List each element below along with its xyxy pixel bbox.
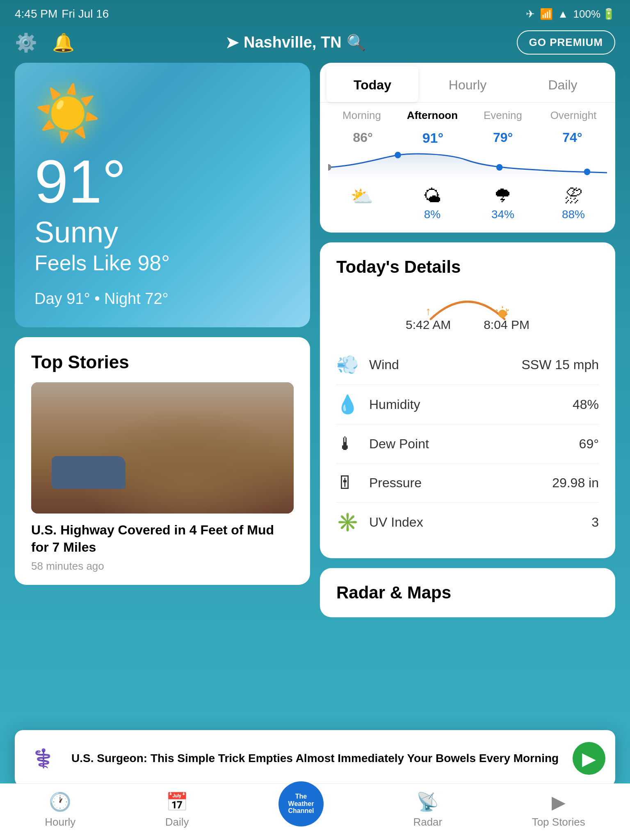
precip-evening: 34% <box>471 208 535 221</box>
clock-icon: 🕐 <box>49 791 71 813</box>
twc-line3: Channel <box>288 807 314 815</box>
nav-weather-channel[interactable]: The Weather Channel <box>278 781 324 826</box>
detail-pressure: 🎚 Pressure 29.98 in <box>336 463 599 502</box>
sunrise-time: ↑ 5:42 AM <box>406 305 451 332</box>
period-labels-row: Morning Afternoon Evening Overnight <box>320 103 615 128</box>
period-overnight: Overnight <box>538 103 609 128</box>
calendar-icon: 📅 <box>166 791 188 813</box>
story-time: 58 minutes ago <box>31 560 294 573</box>
ad-banner[interactable]: ⚕️ U.S. Surgeon: This Simple Trick Empti… <box>15 730 615 787</box>
sunrise-arrow: ↑ <box>425 305 431 318</box>
current-temperature: 91° <box>34 151 290 212</box>
tab-today[interactable]: Today <box>326 66 418 102</box>
temp-separator: • <box>94 290 104 307</box>
sunset-time: ↓ 8:04 PM <box>484 305 530 332</box>
weather-icon-overnight: ⛈ <box>541 186 605 206</box>
settings-icon[interactable]: ⚙️ <box>15 32 37 53</box>
dewpoint-icon: 🌡 <box>336 434 363 454</box>
icon-evening: 🌩 34% <box>468 178 538 224</box>
dewpoint-label: Dew Point <box>369 436 579 452</box>
wind-icon: 💨 <box>336 354 363 375</box>
notification-icon[interactable]: 🔔 <box>52 32 75 53</box>
status-date: Fri Jul 16 <box>62 7 109 21</box>
pressure-label: Pressure <box>369 475 552 491</box>
bottom-navigation: 🕐 Hourly 📅 Daily The Weather Channel 📡 R… <box>0 783 630 840</box>
status-time-date: 4:45 PM Fri Jul 16 <box>15 7 109 21</box>
nav-hourly[interactable]: 🕐 Hourly <box>45 791 75 829</box>
day-temp: Day 91° <box>34 290 90 307</box>
story-image[interactable]: ▶ <box>31 382 294 514</box>
pressure-value: 29.98 in <box>552 475 599 491</box>
period-afternoon: Afternoon <box>397 103 468 128</box>
icon-afternoon: 🌤 8% <box>397 178 468 224</box>
uv-icon: ✳️ <box>336 511 363 533</box>
weather-icon-morning: ⛅ <box>330 186 394 207</box>
search-icon[interactable]: 🔍 <box>347 34 366 52</box>
weather-condition: Sunny <box>34 215 290 249</box>
svg-point-3 <box>584 169 591 175</box>
radar-title: Radar & Maps <box>336 583 599 603</box>
wifi-icon: ✈ <box>526 8 535 21</box>
night-temp: Night 72° <box>104 290 169 307</box>
status-bar: 4:45 PM Fri Jul 16 ✈ 📶 ▲ 100% 🔋 <box>0 0 630 24</box>
story-headline[interactable]: U.S. Highway Covered in 4 Feet of Mud fo… <box>31 522 294 556</box>
period-label-afternoon: Afternoon <box>400 109 464 122</box>
status-icons: ✈ 📶 ▲ 100% 🔋 <box>526 8 615 21</box>
feels-like-text: Feels Like 98° <box>34 251 290 275</box>
sunset-arrow: ↓ <box>504 305 509 318</box>
uv-value: 3 <box>591 515 599 530</box>
radar-maps-card[interactable]: Radar & Maps <box>320 568 615 617</box>
temp-evening: 79° <box>493 130 513 145</box>
details-title: Today's Details <box>336 257 599 277</box>
premium-button[interactable]: GO PREMIUM <box>517 30 615 55</box>
nav-radar[interactable]: 📡 Radar <box>413 791 442 829</box>
signal-icon: 📶 <box>540 8 553 21</box>
humidity-label: Humidity <box>369 397 573 412</box>
twc-line1: The <box>288 793 314 800</box>
ad-arrow-button[interactable]: ▶ <box>573 742 605 775</box>
humidity-value: 48% <box>573 397 599 412</box>
temp-morning: 86° <box>353 130 372 145</box>
story-bg <box>31 382 294 514</box>
right-column: Today Hourly Daily Morning Afternoon Eve… <box>320 63 615 617</box>
location-label[interactable]: ➤ Nashville, TN 🔍 <box>226 34 366 52</box>
battery-icon: 100% 🔋 <box>573 8 616 21</box>
nav-top-stories[interactable]: ▶ Top Stories <box>532 792 585 829</box>
top-bar: ⚙️ 🔔 ➤ Nashville, TN 🔍 GO PREMIUM <box>0 24 630 63</box>
weather-icon-afternoon: 🌤 <box>400 186 464 206</box>
wind-label: Wind <box>369 357 521 372</box>
tab-daily[interactable]: Daily <box>517 66 609 102</box>
nav-hourly-label: Hourly <box>45 816 75 829</box>
icon-morning: ⛅ <box>326 178 397 224</box>
temp-afternoon: 91° <box>422 130 443 146</box>
period-evening: Evening <box>468 103 538 128</box>
temp-overnight: 74° <box>562 130 582 145</box>
weather-icon-evening: 🌩 <box>471 186 535 206</box>
pressure-icon: 🎚 <box>336 472 363 493</box>
period-label-morning: Morning <box>330 109 394 122</box>
dewpoint-value: 69° <box>579 436 599 452</box>
left-column: ☀️ 91° Sunny Feels Like 98° Day 91° • Ni… <box>15 63 310 617</box>
precip-overnight: 88% <box>541 208 605 221</box>
nav-radar-label: Radar <box>413 816 442 829</box>
weather-icons-row: ⛅ 🌤 8% 🌩 34% ⛈ 88% <box>320 178 615 233</box>
todays-details-card: Today's Details ↑ 5:42 AM ↓ <box>320 242 615 558</box>
story-vehicle <box>52 456 126 489</box>
detail-dewpoint: 🌡 Dew Point 69° <box>336 425 599 463</box>
top-stories-icon: ▶ <box>552 792 566 813</box>
nav-daily[interactable]: 📅 Daily <box>165 791 189 829</box>
detail-wind: 💨 Wind SSW 15 mph <box>336 345 599 385</box>
temp-curve-svg <box>328 145 607 178</box>
radar-icon: 📡 <box>416 791 439 813</box>
location-text: Nashville, TN <box>244 34 342 51</box>
day-night-temps: Day 91° • Night 72° <box>34 290 290 308</box>
sunrise-value: 5:42 AM <box>406 318 451 332</box>
temp-curve-area: 86° 91° 79° 74° <box>328 128 607 178</box>
tab-hourly[interactable]: Hourly <box>422 66 514 102</box>
sunset-value: 8:04 PM <box>484 318 530 332</box>
twc-line2: Weather <box>288 800 314 808</box>
status-time: 4:45 PM <box>15 7 57 21</box>
humidity-icon: 💧 <box>336 394 363 415</box>
settings-notifications: ⚙️ 🔔 <box>15 32 75 53</box>
nav-center-text: The Weather Channel <box>288 793 314 815</box>
